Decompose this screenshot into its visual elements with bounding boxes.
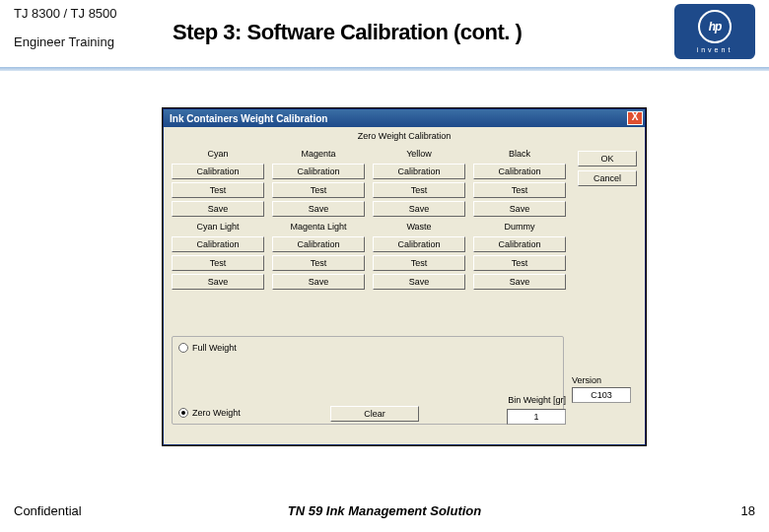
col-head-waste: Waste xyxy=(373,220,465,233)
footer-title: TN 59 Ink Management Solution xyxy=(0,503,769,518)
dummy-save-button[interactable]: Save xyxy=(473,274,566,290)
header-divider xyxy=(0,67,769,71)
cyan-light-calibration-button[interactable]: Calibration xyxy=(172,236,264,252)
black-test-button[interactable]: Test xyxy=(473,182,566,198)
cyan-calibration-button[interactable]: Calibration xyxy=(172,164,264,179)
magenta-light-save-button[interactable]: Save xyxy=(272,274,365,290)
yellow-save-button[interactable]: Save xyxy=(373,201,465,217)
col-head-black: Black xyxy=(473,147,566,161)
waste-save-button[interactable]: Save xyxy=(373,274,465,290)
bin-weight-label: Bin Weight [gr] xyxy=(508,395,566,405)
color-columns: Cyan Calibration Test Save Cyan Light Ca… xyxy=(172,147,566,290)
magenta-light-calibration-button[interactable]: Calibration xyxy=(272,236,365,252)
magenta-save-button[interactable]: Save xyxy=(272,201,365,217)
hp-logo-sub: invent xyxy=(697,46,734,53)
yellow-test-button[interactable]: Test xyxy=(373,182,465,198)
col-head-magenta-light: Magenta Light xyxy=(272,220,365,233)
footer-confidential: Confidential xyxy=(14,503,82,518)
black-calibration-button[interactable]: Calibration xyxy=(473,164,566,179)
magenta-light-test-button[interactable]: Test xyxy=(272,255,365,271)
page-number: 18 xyxy=(741,503,755,518)
cyan-test-button[interactable]: Test xyxy=(172,182,264,198)
magenta-test-button[interactable]: Test xyxy=(272,182,365,198)
page-title: Step 3: Software Calibration (cont. ) xyxy=(173,20,522,45)
version-value: C103 xyxy=(572,387,631,403)
window-title: Ink Containers Weight Calibration xyxy=(170,113,327,124)
waste-calibration-button[interactable]: Calibration xyxy=(373,236,465,252)
window-subtitle: Zero Weight Calibration xyxy=(164,127,645,143)
radio-icon xyxy=(178,343,188,353)
cyan-light-save-button[interactable]: Save xyxy=(172,274,264,290)
full-weight-radio[interactable]: Full Weight xyxy=(178,343,237,353)
cyan-light-test-button[interactable]: Test xyxy=(172,255,264,271)
hp-logo: hp invent xyxy=(674,4,755,59)
window-titlebar: Ink Containers Weight Calibration X xyxy=(164,109,645,127)
ok-button[interactable]: OK xyxy=(578,151,637,166)
col-head-dummy: Dummy xyxy=(473,220,566,233)
col-head-magenta: Magenta xyxy=(272,147,365,161)
col-head-yellow: Yellow xyxy=(373,147,465,161)
calibration-window: Ink Containers Weight Calibration X Zero… xyxy=(163,108,646,445)
header-subtitle: Engineer Training xyxy=(14,34,117,49)
zero-weight-label: Zero Weight xyxy=(192,408,241,418)
col-head-cyan: Cyan xyxy=(172,147,264,161)
cancel-button[interactable]: Cancel xyxy=(578,170,637,186)
cyan-save-button[interactable]: Save xyxy=(172,201,264,217)
yellow-calibration-button[interactable]: Calibration xyxy=(373,164,465,179)
dummy-calibration-button[interactable]: Calibration xyxy=(473,236,566,252)
black-save-button[interactable]: Save xyxy=(473,201,566,217)
hp-logo-text: hp xyxy=(698,10,732,43)
close-icon[interactable]: X xyxy=(627,111,643,125)
product-code: TJ 8300 / TJ 8500 xyxy=(14,6,117,21)
clear-button[interactable]: Clear xyxy=(330,406,419,422)
magenta-calibration-button[interactable]: Calibration xyxy=(272,164,365,179)
full-weight-label: Full Weight xyxy=(192,343,237,353)
zero-weight-radio[interactable]: Zero Weight xyxy=(178,408,241,418)
waste-test-button[interactable]: Test xyxy=(373,255,465,271)
dummy-test-button[interactable]: Test xyxy=(473,255,566,271)
version-label: Version xyxy=(572,375,637,385)
col-head-cyan-light: Cyan Light xyxy=(172,220,264,233)
weight-mode-group: Full Weight Zero Weight Clear xyxy=(172,336,564,425)
bin-weight-value: 1 xyxy=(507,409,566,425)
radio-icon xyxy=(178,408,188,418)
